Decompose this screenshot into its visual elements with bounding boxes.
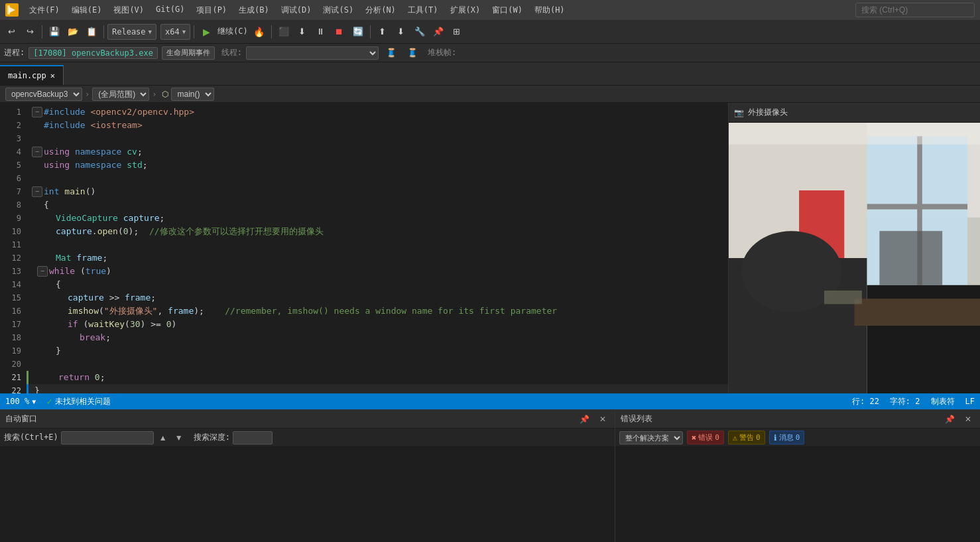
copy-button[interactable]: 📋 (83, 23, 100, 40)
stop-button[interactable]: ⏹ (331, 23, 348, 40)
config-arrow: ▼ (149, 29, 152, 35)
breadcrumb-project[interactable]: opencvBackup3 (5, 88, 82, 101)
fold-13[interactable]: − (37, 266, 48, 277)
ln-19: 19 (0, 344, 21, 358)
error-scope-select[interactable]: 整个解决方案 (619, 431, 683, 444)
menu-extensions[interactable]: 扩展(X) (445, 2, 486, 19)
menu-build[interactable]: 生成(B) (233, 2, 275, 19)
status-zoom[interactable]: 100 % ▼ (5, 397, 36, 406)
toolbar-more-3[interactable]: 🔧 (411, 23, 428, 40)
toolbar-more-5[interactable]: ⊞ (448, 23, 465, 40)
kw-using-2: using (44, 159, 75, 172)
num-30: 30 (130, 318, 141, 331)
search-up-btn[interactable]: ▲ (156, 431, 170, 444)
camera-feed (729, 123, 980, 393)
toolbar-sep-4 (271, 25, 272, 38)
punct-21: ; (100, 371, 105, 384)
punct-13b: ) (106, 265, 111, 278)
undo-button[interactable]: ↩ (3, 23, 20, 40)
status-bar: 100 % ▼ ✓ 未找到相关问题 行: 22 字符: 2 制表符 (0, 393, 980, 409)
auto-search-input[interactable] (61, 431, 154, 444)
search-toolbar: 搜索(Ctrl+E) ▲ ▼ 搜索深度: (0, 429, 615, 447)
lifecycle-button[interactable]: 生命周期事件 (162, 46, 215, 60)
step-over-button[interactable]: ⬛ (275, 23, 292, 40)
menu-view[interactable]: 视图(V) (108, 2, 149, 19)
error-close-btn[interactable]: ✕ (961, 413, 975, 426)
error-count[interactable]: ✖ 错误 0 (687, 431, 724, 444)
auto-close-btn[interactable]: ✕ (596, 413, 609, 426)
auto-window-panel: 自动窗口 📌 ✕ 搜索(Ctrl+E) ▲ ▼ 搜索深度: (0, 410, 615, 542)
ln-9: 9 (0, 212, 21, 225)
toolbar-more-4[interactable]: 📌 (430, 23, 447, 40)
editor-and-panels: main.cpp ✕ opencvBackup3 › (全局范围) › ⬡ ma… (0, 62, 980, 542)
warning-count[interactable]: ⚠ 警告 0 (728, 431, 765, 444)
open-button[interactable]: 📂 (64, 23, 82, 40)
menu-help[interactable]: 帮助(H) (529, 2, 570, 19)
config-dropdown[interactable]: Release ▼ (107, 24, 156, 40)
menu-test[interactable]: 测试(S) (318, 2, 359, 19)
punct-17a: ( (83, 318, 88, 331)
breadcrumb-function[interactable]: main() (171, 88, 214, 101)
depth-input[interactable] (233, 431, 273, 444)
auto-pin-btn[interactable]: 📌 (578, 413, 591, 426)
brace-14: { (56, 278, 61, 291)
app-icon (5, 3, 19, 17)
zoom-arrow: ▼ (32, 398, 36, 405)
ln-8: 8 (0, 198, 21, 212)
menu-edit[interactable]: 编辑(E) (66, 2, 107, 19)
step-into-button[interactable]: ⬇ (294, 23, 311, 40)
code-content[interactable]: − #include <opencv2/opencv.hpp> #include… (27, 103, 728, 393)
fold-1[interactable]: − (32, 107, 42, 117)
stack-label: 堆栈帧: (428, 47, 456, 58)
blue-bar-22 (27, 384, 29, 393)
toolbar-more-2[interactable]: ⬇ (393, 23, 410, 40)
menu-analyze[interactable]: 分析(N) (360, 2, 401, 19)
pause-button[interactable]: ⏸ (312, 23, 330, 40)
process-value[interactable]: [17080] opencvBackup3.exe (29, 47, 158, 59)
punct-17b: ( (125, 318, 130, 331)
tab-main-cpp[interactable]: main.cpp ✕ (0, 65, 64, 85)
code-line-18: break; (27, 331, 728, 344)
ln-15: 15 (0, 291, 21, 305)
line-label: 行: 22 (852, 396, 879, 407)
tab-label: 制表符 (931, 396, 955, 407)
menu-git[interactable]: Git(G) (151, 2, 190, 19)
platform-dropdown[interactable]: x64 ▼ (160, 24, 190, 40)
toolbar-more-1[interactable]: ⬆ (374, 23, 391, 40)
menu-tools[interactable]: 工具(T) (402, 2, 444, 19)
code-line-14: { (27, 278, 728, 291)
process-label: 进程: (4, 47, 25, 58)
breadcrumb-scope[interactable]: (全局范围) (92, 88, 149, 101)
status-issues[interactable]: ✓ 未找到相关问题 (46, 396, 110, 407)
punct-16a: ( (99, 305, 104, 318)
kw-include-2: #include (44, 119, 90, 132)
menu-project[interactable]: 项目(P) (191, 2, 232, 19)
process-btn-2[interactable]: 🧵 (404, 44, 421, 62)
menu-window[interactable]: 窗口(W) (487, 2, 528, 19)
code-line-16: imshow("外接摄像头", frame); //remember, imsh… (27, 305, 728, 318)
svg-rect-12 (879, 231, 942, 285)
ln-10: 10 (0, 225, 21, 238)
ln-12: 12 (0, 251, 21, 265)
continue-button[interactable]: ▶ (198, 23, 215, 40)
toolbar: ↩ ↪ 💾 📂 📋 Release ▼ x64 ▼ ▶ 继续(C) 🔥 ⬛ ⬇ … (0, 20, 980, 44)
info-count[interactable]: ℹ 消息 0 (769, 431, 805, 444)
process-btn-1[interactable]: 🧵 (383, 44, 400, 62)
tab-modified-dot: ✕ (50, 71, 55, 80)
thread-select[interactable] (246, 46, 379, 60)
right-panel: 📷 外接摄像头 (728, 103, 980, 393)
code-line-4: − using namespace cv; (27, 145, 728, 159)
punct-17d: ) (172, 318, 177, 331)
menu-debug[interactable]: 调试(D) (276, 2, 317, 19)
menu-file[interactable]: 文件(F) (24, 2, 65, 19)
fold-7[interactable]: − (32, 186, 42, 197)
code-line-20 (27, 358, 728, 371)
redo-button[interactable]: ↪ (21, 23, 38, 40)
global-search-input[interactable] (855, 3, 975, 17)
error-pin-btn[interactable]: 📌 (943, 413, 956, 426)
restart-button[interactable]: 🔄 (349, 23, 367, 40)
search-down-btn[interactable]: ▼ (172, 431, 186, 444)
save-button[interactable]: 💾 (46, 23, 63, 40)
fold-4[interactable]: − (32, 147, 42, 157)
hot-reload-button[interactable]: 🔥 (251, 23, 268, 40)
